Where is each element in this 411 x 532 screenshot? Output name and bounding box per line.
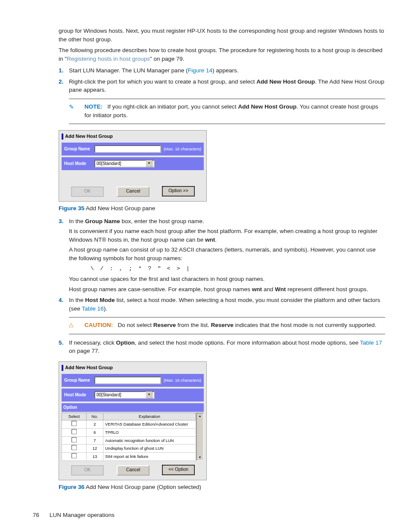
chevron-down-icon[interactable]: ▾	[146, 160, 153, 167]
table-row: 13SIM report at link failure	[62, 453, 196, 461]
figure-35-caption: Figure 35 Add New Host Group pane	[59, 204, 385, 213]
link-table-16[interactable]: Table 16	[82, 305, 104, 312]
page-number: 76	[33, 511, 39, 520]
text: Host group names are case-sensitive. For…	[69, 286, 252, 292]
row-no: 7	[87, 436, 103, 445]
link-table-17[interactable]: Table 17	[360, 339, 382, 346]
group-name-input[interactable]	[94, 376, 161, 384]
text: box, enter the host group name.	[120, 218, 204, 224]
row-no: 12	[87, 445, 103, 453]
dialog-title: Add New Host Group	[65, 133, 113, 140]
forbidden-symbols: \ / : , ; * ? " < > |	[90, 265, 191, 272]
text: In the	[69, 297, 85, 303]
row-explanation: Undisplay function of ghost LUN	[103, 445, 196, 453]
group-name-label: Group Name	[64, 146, 92, 152]
row-checkbox[interactable]	[72, 445, 77, 450]
row-checkbox[interactable]	[72, 453, 77, 458]
figure-36-caption: Figure 36 Add New Host Group pane (Optio…	[59, 483, 385, 492]
scrollbar[interactable]: ▴▾	[196, 413, 204, 461]
host-mode-dropdown[interactable]: 00[Standard] ▾	[94, 391, 155, 399]
text: ).	[104, 305, 107, 312]
bold-text: Wnt	[275, 286, 286, 292]
note-block: ✎ NOTE: If you right-click an initiator …	[69, 99, 385, 124]
host-mode-dropdown[interactable]: 00[Standard] ▾	[94, 160, 155, 168]
caution-icon: △	[69, 321, 73, 329]
text: list, select a host mode. When selecting…	[69, 297, 380, 312]
caution-block: △ CAUTION: Do not select Reserve from th…	[69, 317, 385, 334]
step-number: 1.	[59, 66, 63, 75]
row-explanation: VERITAS Database Edition/Advanced Cluste…	[103, 420, 196, 429]
row-no: 13	[87, 453, 103, 461]
ok-button[interactable]: OK	[71, 465, 104, 476]
bold-text: Group Name	[85, 218, 120, 224]
bold-text: Option	[116, 339, 135, 346]
text: ) appears.	[212, 67, 239, 74]
cancel-button[interactable]: Cancel	[117, 465, 149, 476]
table-row: 2VERITAS Database Edition/Advanced Clust…	[62, 420, 196, 429]
link-figure-14[interactable]: Figure 14	[188, 67, 212, 74]
figure-title: Add New Host Group pane (Option selected…	[84, 484, 201, 490]
ok-button[interactable]: OK	[71, 187, 104, 197]
row-no: 2	[87, 420, 103, 429]
option-collapse-button[interactable]: << Option	[162, 465, 194, 475]
add-new-host-group-dialog: Add New Host Group Group Name (Max. 16 c…	[59, 130, 207, 202]
scroll-down-icon[interactable]: ▾	[197, 455, 203, 460]
text: Right-click the port for which you want …	[69, 78, 256, 85]
bold-text: wnt	[252, 286, 262, 292]
chevron-down-icon[interactable]: ▾	[146, 392, 153, 398]
text: and	[262, 286, 275, 292]
row-checkbox[interactable]	[72, 429, 77, 434]
figure-title: Add New Host Group pane	[84, 205, 155, 212]
text: .	[215, 236, 217, 243]
dialog-title: Add New Host Group	[65, 364, 113, 371]
step-5: 5. If necessary, click Option, and selec…	[26, 339, 385, 355]
host-mode-value: 00[Standard]	[97, 392, 121, 398]
step-number: 2.	[59, 78, 63, 86]
option-expand-button[interactable]: Option >>	[162, 187, 194, 196]
link-registering-hosts[interactable]: Registering hosts in host groups	[67, 56, 150, 62]
col-no: No.	[87, 413, 103, 420]
text: Do not select	[118, 322, 153, 328]
host-mode-label: Host Mode	[64, 392, 92, 398]
step-2: 2. Right-click the port for which you wa…	[26, 78, 385, 94]
step-number: 3.	[59, 217, 63, 226]
col-select: Select	[62, 413, 87, 420]
row-checkbox[interactable]	[72, 437, 77, 442]
page-footer: 76 LUN Manager operations	[26, 511, 385, 520]
scroll-up-icon[interactable]: ▴	[197, 414, 203, 419]
cancel-button[interactable]: Cancel	[117, 187, 149, 197]
bold-text: wnt	[205, 236, 215, 243]
bold-text: Reserve	[153, 322, 176, 328]
group-name-label: Group Name	[64, 377, 92, 384]
caution-label: CAUTION:	[84, 322, 113, 328]
bold-text: Add New Host Group	[238, 103, 296, 110]
row-no: 6	[87, 428, 103, 436]
group-name-input[interactable]	[94, 145, 161, 153]
text: If you right-click an initiator port, yo…	[107, 103, 238, 110]
row-explanation: TPRLO	[103, 428, 196, 436]
bold-text: Reserve	[211, 322, 234, 328]
max-chars-hint: (Max. 16 characters)	[164, 377, 201, 383]
text: In the	[69, 218, 85, 224]
bold-text: Add New Host Group	[256, 78, 315, 85]
text: It is convenient if you name each host g…	[69, 228, 377, 243]
option-table: Select No. Explanation 2VERITAS Database…	[62, 413, 196, 461]
row-explanation: Automatic recognition function of LUN	[103, 436, 196, 445]
text: indicates that the host mode is not curr…	[234, 322, 377, 328]
text: " on page 79.	[150, 56, 184, 62]
row-checkbox[interactable]	[72, 421, 77, 426]
text: You cannot use spaces for the first and …	[69, 275, 385, 283]
step-number: 5.	[59, 339, 63, 347]
max-chars-hint: (Max. 16 characters)	[164, 146, 201, 152]
table-row: 7Automatic recognition function of LUN	[62, 436, 196, 445]
step-4: 4. In the Host Mode list, select a host …	[26, 296, 385, 313]
step-3: 3. In the Group Name box, enter the host…	[26, 217, 385, 294]
col-explanation: Explanation	[103, 413, 196, 420]
intro-para-1: group for Windows hosts. Next, you must …	[26, 27, 385, 44]
row-explanation: SIM report at link failure	[103, 453, 196, 461]
text: on page 77.	[69, 348, 100, 354]
text: represent different host groups.	[286, 286, 368, 292]
host-mode-value: 00[Standard]	[97, 161, 121, 167]
add-new-host-group-dialog-expanded: Add New Host Group Group Name (Max. 16 c…	[59, 361, 207, 480]
intro-para-2: The following procedure describes how to…	[26, 46, 385, 63]
